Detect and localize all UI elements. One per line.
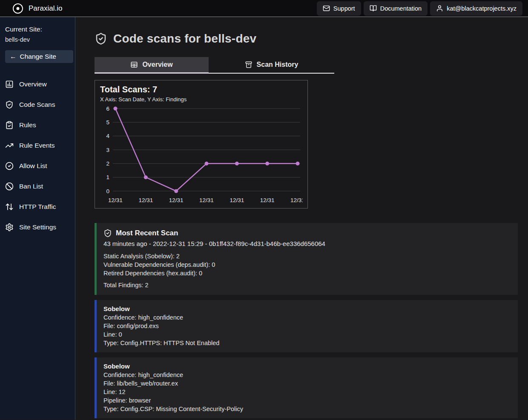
finding-detail-line: Line: 0	[103, 330, 511, 339]
tab-overview[interactable]: Overview	[95, 57, 209, 74]
shield-check-icon	[95, 32, 107, 45]
sidebar-item-site-settings[interactable]: Site Settings	[5, 217, 72, 237]
finding-detail-line: File: config/prod.exs	[103, 322, 511, 330]
svg-text:12/31: 12/31	[138, 197, 153, 203]
svg-text:2: 2	[106, 160, 109, 167]
finding-detail-line: Confidence: high_confidence	[103, 371, 511, 379]
finding-detail-line: Confidence: high_confidence	[103, 313, 511, 322]
sidebar-item-allow-list[interactable]: Allow List	[5, 156, 72, 176]
current-site-label: Current Site:	[5, 26, 72, 33]
sidebar-item-label: Allow List	[19, 162, 47, 170]
recent-scan-title: Most Recent Scan	[116, 229, 178, 237]
recent-scan-meta: 43 minutes ago - 2022-12-31 15:29 - 0b1f…	[103, 240, 511, 247]
svg-text:12/31: 12/31	[108, 197, 123, 203]
tab-label: Scan History	[257, 61, 298, 69]
book-icon	[370, 5, 377, 12]
topbar: Paraxial.io Support Documentation kat@bl…	[0, 0, 528, 17]
recent-scan-header: Most Recent Scan	[103, 229, 511, 237]
sidebar-item-rule-events[interactable]: Rule Events	[5, 135, 72, 156]
scan-findings-line-chart: 012345612/3112/3112/3112/3112/3112/3112/…	[100, 104, 303, 207]
svg-text:0: 0	[106, 188, 109, 194]
sidebar-item-label: Code Scans	[19, 101, 55, 109]
tab-bar: OverviewScan History	[95, 57, 334, 74]
finding-detail-line: Line: 12	[103, 388, 511, 396]
support-button[interactable]: Support	[317, 1, 361, 16]
circle-check-icon	[5, 162, 14, 170]
user-account-button[interactable]: kat@blackcatprojects.xyz	[430, 1, 522, 16]
arrow-left-icon: ←	[10, 53, 17, 60]
svg-text:3: 3	[106, 147, 109, 153]
change-site-button[interactable]: ← Change Site	[5, 50, 73, 63]
table-icon	[130, 61, 138, 69]
sidebar-item-rules[interactable]: Rules	[5, 115, 72, 135]
sidebar-item-label: Overview	[19, 80, 47, 88]
svg-text:12/31: 12/31	[169, 197, 184, 203]
sidebar-item-http-traffic[interactable]: HTTP Traffic	[5, 197, 72, 217]
sidebar-item-overview[interactable]: Overview	[5, 74, 72, 94]
recent-scan-stat-line: Static Analysis (Sobelow): 2	[103, 252, 511, 260]
main-content: Code scans for bells-dev OverviewScan Hi…	[75, 17, 528, 420]
ban-icon	[5, 182, 14, 191]
bar-chart-icon	[5, 80, 14, 89]
trending-up-icon	[5, 141, 14, 150]
documentation-button[interactable]: Documentation	[364, 1, 428, 16]
sidebar: Current Site: bells-dev ← Change Site Ov…	[0, 17, 75, 420]
brand-name: Paraxial.io	[29, 4, 62, 13]
finding-title: Sobelow	[103, 362, 511, 371]
svg-text:6: 6	[106, 106, 109, 112]
svg-text:1: 1	[106, 174, 109, 180]
change-site-label: Change Site	[20, 53, 56, 60]
svg-text:12/31: 12/31	[199, 197, 214, 203]
page-title-row: Code scans for bells-dev	[95, 32, 528, 46]
documentation-label: Documentation	[380, 5, 422, 12]
sidebar-item-ban-list[interactable]: Ban List	[5, 176, 72, 197]
paraxial-logo-icon	[13, 3, 23, 14]
arrows-up-down-icon	[5, 203, 14, 211]
svg-text:12/31: 12/31	[290, 197, 303, 203]
brand: Paraxial.io	[13, 3, 62, 14]
svg-text:5: 5	[106, 119, 109, 126]
finding-detail-line: Type: Config.HTTPS: HTTPS Not Enabled	[103, 339, 511, 347]
svg-text:12/31: 12/31	[230, 197, 244, 203]
svg-text:4: 4	[106, 133, 109, 139]
support-label: Support	[333, 5, 355, 12]
user-email: kat@blackcatprojects.xyz	[447, 5, 517, 12]
sidebar-item-label: Rules	[19, 121, 36, 129]
sidebar-item-code-scans[interactable]: Code Scans	[5, 94, 72, 115]
clipboard-check-icon	[5, 121, 14, 129]
sidebar-item-label: HTTP Traffic	[19, 203, 56, 211]
scan-chart-svg: 012345612/3112/3112/3112/3112/3112/3112/…	[100, 104, 303, 207]
finding-detail-line: Type: Config.CSP: Missing Content-Securi…	[103, 405, 511, 413]
finding-card: SobelowConfidence: high_confidenceFile: …	[95, 300, 518, 352]
tab-label: Overview	[142, 61, 172, 69]
shield-check-icon	[103, 229, 112, 237]
shield-check-icon	[5, 100, 14, 109]
recent-scan-stat-line: Retired Dependencies (hex.audit): 0	[103, 269, 511, 277]
sidebar-item-label: Site Settings	[19, 223, 56, 231]
current-site-name: bells-dev	[5, 36, 72, 43]
tab-scan-history[interactable]: Scan History	[209, 57, 334, 74]
recent-scan-total: Total Findings: 2	[103, 281, 511, 289]
chart-title: Total Scans: 7	[100, 85, 303, 94]
envelope-icon	[323, 5, 330, 12]
user-icon	[436, 5, 443, 12]
recent-scan-stats: Static Analysis (Sobelow): 2Vulnerable D…	[103, 252, 511, 277]
recent-scan-stat-line: Vulnerable Dependencies (deps.audit): 0	[103, 260, 511, 269]
gear-icon	[5, 223, 14, 231]
most-recent-scan-card: Most Recent Scan 43 minutes ago - 2022-1…	[95, 223, 518, 295]
topbar-actions: Support Documentation kat@blackcatprojec…	[317, 1, 522, 16]
findings-list: SobelowConfidence: high_confidenceFile: …	[95, 300, 528, 418]
finding-card: SobelowConfidence: high_confidenceFile: …	[95, 357, 518, 418]
chart-axis-caption: X Axis: Scan Date, Y Axis: Findings	[100, 96, 303, 103]
page-title: Code scans for bells-dev	[113, 32, 256, 46]
total-scans-chart-card: Total Scans: 7 X Axis: Scan Date, Y Axis…	[95, 80, 308, 209]
finding-detail-line: Pipeline: browser	[103, 396, 511, 405]
archive-icon	[245, 61, 253, 69]
svg-text:12/31: 12/31	[260, 197, 275, 203]
finding-title: Sobelow	[103, 305, 511, 313]
sidebar-nav: OverviewCode ScansRulesRule EventsAllow …	[5, 74, 72, 237]
sidebar-item-label: Rule Events	[19, 142, 55, 149]
finding-detail-line: File: lib/bells_web/router.ex	[103, 379, 511, 388]
sidebar-item-label: Ban List	[19, 183, 43, 190]
